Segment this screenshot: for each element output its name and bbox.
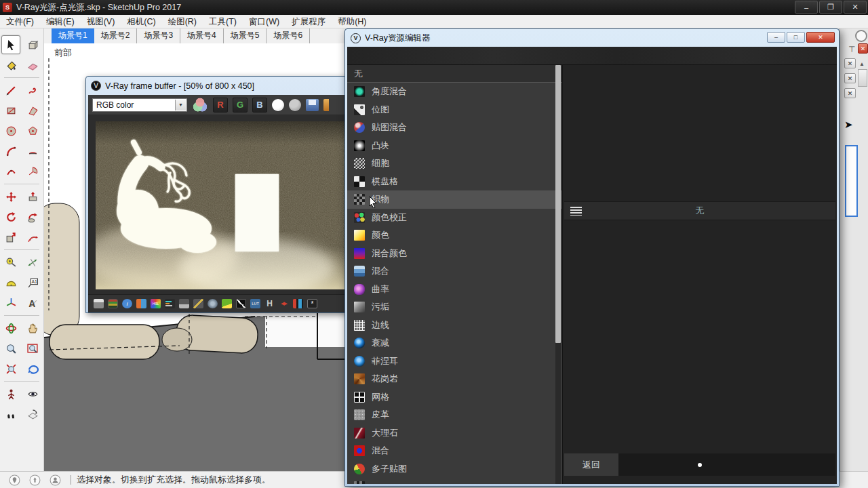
menu-相机C[interactable]: 相机(C) — [121, 17, 161, 26]
layers-icon[interactable] — [108, 299, 118, 308]
eraser-tool[interactable] — [23, 56, 42, 75]
move-tool[interactable] — [1, 187, 20, 206]
walk-tool[interactable] — [1, 405, 20, 424]
arc-tool[interactable] — [1, 142, 20, 161]
hsl-icon[interactable]: HSL — [151, 299, 161, 308]
texture-item-checker[interactable]: 棋盘格 — [347, 173, 562, 191]
texture-item-blend[interactable]: 贴图混合 — [347, 119, 562, 137]
three-point-arc-tool[interactable] — [1, 162, 20, 181]
rotated-rectangle-tool[interactable] — [23, 101, 42, 120]
texture-item-falloff[interactable]: 衰减 — [347, 334, 562, 352]
scene-tab-5[interactable]: 场景号5 — [224, 28, 267, 43]
blue-channel-button[interactable]: B — [252, 98, 267, 113]
tape-measure-tool[interactable] — [1, 253, 20, 272]
scene-tab-3[interactable]: 场景号3 — [137, 28, 180, 43]
texture-item-cloth[interactable]: 织物 — [347, 190, 562, 209]
texture-item-edges[interactable]: 边线 — [347, 317, 562, 335]
lut-icon[interactable]: LUT — [250, 299, 260, 308]
texture-item-multi-sub[interactable]: 多子贴图 — [347, 460, 562, 479]
tray-close-button[interactable]: ✕ — [858, 43, 868, 54]
texture-item-angular[interactable]: 角度混合 — [347, 83, 562, 101]
text-tool[interactable]: A1 — [23, 273, 42, 292]
scrollbar-thumb[interactable] — [555, 65, 561, 343]
sign-in-icon[interactable] — [50, 474, 61, 486]
texture-item-cellular[interactable]: 细胞 — [347, 155, 562, 173]
geolocation-icon[interactable] — [9, 474, 20, 486]
menu-扩展程序[interactable]: 扩展程序 — [285, 17, 332, 26]
texture-option-none[interactable]: 无 — [347, 65, 562, 83]
texture-item-color-correct[interactable]: 颜色校正 — [347, 209, 562, 227]
orange-blue-icon[interactable] — [136, 299, 146, 308]
texture-item-mix[interactable]: 混合 — [347, 442, 562, 460]
circle-tool[interactable] — [1, 121, 20, 140]
scene-tab-6[interactable]: 场景号6 — [267, 28, 310, 43]
dialog-maximize-button[interactable]: □ — [787, 32, 805, 43]
follow-me-tool[interactable] — [23, 207, 42, 226]
scale-tool[interactable] — [1, 228, 20, 247]
pie-tool[interactable] — [23, 162, 42, 181]
texture-item-mix-color[interactable]: 混合颜色 — [347, 245, 562, 263]
green-channel-button[interactable]: G — [233, 98, 248, 113]
scene-tab-4[interactable]: 场景号4 — [180, 28, 224, 43]
pan-tool[interactable] — [23, 319, 42, 338]
frame-buffer-title-bar[interactable]: V V-Ray frame buffer - [50% of 800 x 450… — [86, 77, 347, 95]
two-point-arc-tool[interactable] — [23, 142, 42, 161]
restore-button[interactable]: ❐ — [819, 1, 842, 14]
wheel-icon[interactable] — [208, 299, 218, 308]
window-icon[interactable] — [94, 299, 104, 308]
texture-list-scrollbar[interactable] — [555, 65, 561, 484]
red-blue-bars-icon[interactable] — [293, 299, 303, 308]
position-camera-tool[interactable] — [1, 384, 20, 403]
texture-item-dirt[interactable]: 污垢 — [347, 298, 562, 317]
freehand-tool[interactable] — [23, 81, 42, 100]
offset-tool[interactable] — [23, 228, 42, 247]
protractor-tool[interactable] — [1, 273, 20, 292]
paint-bucket-tool[interactable] — [1, 56, 20, 75]
pin-icon[interactable]: ⊤ — [848, 45, 855, 54]
select-tool[interactable] — [1, 35, 20, 54]
save-icon[interactable] — [306, 99, 319, 111]
previous-tool[interactable] — [23, 359, 42, 378]
panel-close-button[interactable]: ✕ — [844, 73, 856, 83]
dialog-close-button[interactable]: ✕ — [806, 32, 835, 43]
minimize-button[interactable]: – — [795, 1, 818, 14]
push-pull-tool[interactable] — [23, 187, 42, 206]
menu-帮助H[interactable]: 帮助(H) — [332, 17, 372, 26]
section-plane-tool[interactable] — [23, 405, 42, 424]
tray-scrollbar[interactable] — [858, 69, 867, 87]
texture-item-composite[interactable]: 混合 — [347, 262, 562, 281]
panel-close-button[interactable]: ✕ — [844, 88, 856, 98]
texture-item-bitmap[interactable]: 位图 — [347, 101, 562, 119]
menu-编辑E[interactable]: 编辑(E) — [40, 17, 81, 26]
texture-item-bump[interactable]: 凸块 — [347, 137, 562, 155]
menu-绘图R[interactable]: 绘图(R) — [162, 17, 203, 26]
texture-item-partial[interactable] — [347, 478, 562, 484]
texture-item-marble[interactable]: 大理石 — [347, 424, 562, 443]
texture-item-granite[interactable]: 花岗岩 — [347, 370, 562, 388]
panel-close-button[interactable]: ✕ — [844, 58, 856, 68]
rectangle-tool[interactable] — [1, 101, 20, 120]
channel-dropdown[interactable]: RGB color ▼ — [92, 98, 187, 112]
histogram-icon[interactable] — [179, 299, 189, 308]
texture-slot-bar[interactable]: 无 — [564, 201, 835, 220]
curve-icon[interactable] — [236, 299, 246, 308]
zoom-tool[interactable] — [1, 339, 20, 358]
zoom-extents-tool[interactable] — [1, 359, 20, 378]
scroll-up-icon[interactable]: ▲ — [859, 61, 865, 67]
line-tool[interactable] — [1, 81, 20, 100]
chevron-down-icon[interactable]: ▼ — [175, 100, 186, 110]
texture-item-curvature[interactable]: 曲率 — [347, 281, 562, 299]
white-circle-button[interactable] — [272, 99, 284, 111]
dimension-tool[interactable] — [23, 253, 42, 272]
scene-tab-2[interactable]: 场景号2 — [94, 28, 138, 43]
orbit-tool[interactable] — [1, 319, 20, 338]
claim-credit-icon[interactable] — [29, 474, 41, 486]
menu-视图V[interactable]: 视图(V) — [81, 17, 121, 26]
polygon-tool[interactable] — [23, 121, 42, 140]
collapse-arrow-icon[interactable]: ➤ — [844, 119, 853, 131]
scene-tab-1[interactable]: 场景号1 — [52, 28, 94, 43]
menu-文件F[interactable]: 文件(F) — [0, 17, 40, 26]
close-button[interactable]: ✕ — [844, 1, 867, 14]
gray-circle-button[interactable] — [289, 99, 301, 111]
open-folder-icon[interactable] — [323, 99, 329, 111]
